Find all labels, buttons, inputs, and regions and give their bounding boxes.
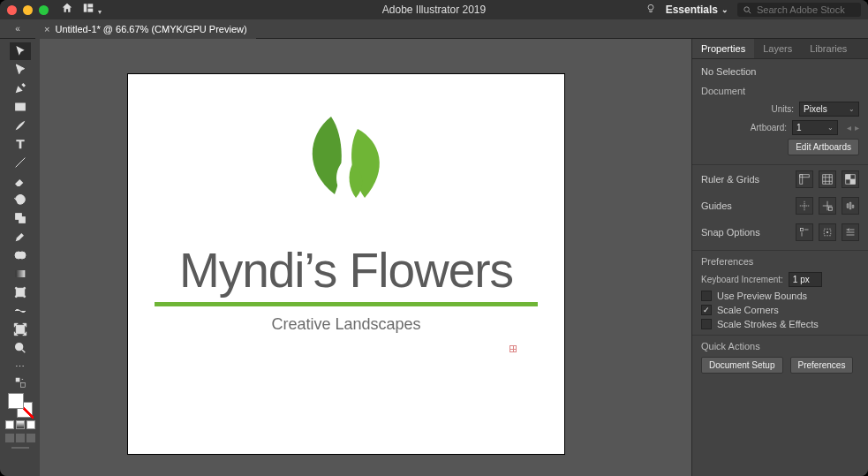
tool-free-transform[interactable] xyxy=(10,283,31,301)
tool-type[interactable] xyxy=(10,135,31,153)
artboard-next-icon[interactable]: ▸ xyxy=(855,123,859,132)
tool-eraser[interactable] xyxy=(10,172,31,190)
units-label: Units: xyxy=(771,104,794,114)
tool-zoom[interactable] xyxy=(10,339,31,357)
snap-point-icon[interactable] xyxy=(819,223,836,241)
logo-divider-line[interactable] xyxy=(155,302,538,306)
snap-pixel-icon[interactable] xyxy=(796,223,813,241)
tool-line[interactable] xyxy=(10,154,31,171)
use-preview-bounds-checkbox[interactable] xyxy=(701,291,712,301)
tool-direct-selection[interactable] xyxy=(10,61,31,79)
fill-stroke-swatch[interactable] xyxy=(8,393,33,418)
fill-swatch[interactable] xyxy=(8,393,24,409)
window-minimize-button[interactable] xyxy=(23,5,33,15)
tool-width[interactable] xyxy=(10,302,31,320)
search-stock[interactable] xyxy=(737,3,861,17)
draw-mode-row xyxy=(5,434,35,442)
svg-point-15 xyxy=(23,296,25,298)
svg-rect-10 xyxy=(15,270,25,277)
close-tab-icon[interactable]: × xyxy=(44,24,49,34)
chevron-down-icon: ⌄ xyxy=(827,124,834,132)
section-snap-options: Snap Options xyxy=(701,227,760,238)
units-dropdown[interactable]: Pixels ⌄ xyxy=(799,102,859,117)
draw-behind[interactable] xyxy=(16,434,25,442)
panel-tab-bar: Properties Layers Libraries xyxy=(692,39,868,59)
logo-title-text[interactable]: Myndi’s Flowers xyxy=(128,242,564,298)
tool-selection[interactable] xyxy=(10,42,31,60)
tool-artboard[interactable] xyxy=(10,321,31,338)
grid-toggle-icon[interactable] xyxy=(819,170,836,188)
arrange-documents-icon[interactable]: ▾ xyxy=(82,2,102,18)
draw-inside[interactable] xyxy=(26,434,35,442)
selection-status: No Selection xyxy=(701,66,859,77)
draw-normal[interactable] xyxy=(5,434,14,442)
text-overflow-indicator[interactable] xyxy=(509,345,517,352)
use-preview-bounds-row[interactable]: Use Preview Bounds xyxy=(701,291,859,301)
scale-corners-label: Scale Corners xyxy=(717,305,779,315)
edit-artboards-button[interactable]: Edit Artboards xyxy=(788,139,859,155)
section-document: Document xyxy=(701,86,859,96)
tab-properties[interactable]: Properties xyxy=(692,39,754,58)
artboard-prev-icon[interactable]: ◂ xyxy=(847,123,851,132)
workspace-label: Essentials xyxy=(666,4,718,16)
search-stock-input[interactable] xyxy=(757,4,854,15)
artboard-dropdown[interactable]: 1 ⌄ xyxy=(792,120,838,135)
svg-rect-7 xyxy=(19,217,25,223)
color-mode-gradient[interactable] xyxy=(16,420,25,429)
keyboard-increment-input[interactable]: 1 px xyxy=(789,272,822,287)
svg-point-12 xyxy=(15,287,17,289)
transparency-grid-icon[interactable] xyxy=(842,170,859,188)
artboard[interactable]: Myndi’s Flowers Creative Landscapes xyxy=(128,74,564,454)
workspace-dropdown[interactable]: Essentials ⌄ xyxy=(666,4,728,16)
tab-bar-chevrons-icon[interactable]: « xyxy=(0,24,35,34)
chevron-down-icon: ⌄ xyxy=(721,5,728,14)
app-title: Adobe Illustrator 2019 xyxy=(382,4,486,16)
svg-rect-19 xyxy=(20,383,25,388)
tool-shape-builder[interactable] xyxy=(10,246,31,264)
snap-grid-icon[interactable] xyxy=(842,223,859,241)
tool-rectangle[interactable] xyxy=(10,98,31,116)
guides-lock-icon[interactable] xyxy=(819,197,836,215)
home-icon[interactable] xyxy=(61,2,73,18)
scale-corners-row[interactable]: Scale Corners xyxy=(701,305,859,315)
tool-edit-toolbar[interactable]: ⋯ xyxy=(10,358,31,375)
scale-strokes-checkbox[interactable] xyxy=(701,319,712,329)
learn-icon[interactable] xyxy=(645,3,657,18)
logo-subtitle-text[interactable]: Creative Landscapes xyxy=(128,315,564,334)
document-tab-bar: « × Untitled-1* @ 66.67% (CMYK/GPU Previ… xyxy=(0,19,868,39)
window-close-button[interactable] xyxy=(7,5,17,15)
logo-leaves xyxy=(289,110,404,210)
tool-pen[interactable] xyxy=(10,79,31,97)
tool-rotate[interactable] xyxy=(10,191,31,208)
guides-show-icon[interactable] xyxy=(796,197,813,215)
tool-eyedropper[interactable] xyxy=(10,228,31,246)
units-value: Pixels xyxy=(804,104,827,114)
scale-corners-checkbox[interactable] xyxy=(701,305,712,315)
color-mode-none[interactable] xyxy=(26,420,35,429)
toolbar-separator xyxy=(11,447,29,449)
document-setup-button[interactable]: Document Setup xyxy=(701,357,783,374)
properties-panel: Properties Layers Libraries No Selection… xyxy=(691,39,868,476)
tool-scale[interactable] xyxy=(10,209,31,227)
canvas-area[interactable]: Myndi’s Flowers Creative Landscapes xyxy=(40,39,691,476)
tab-layers[interactable]: Layers xyxy=(754,39,801,58)
window-maximize-button[interactable] xyxy=(39,5,49,15)
svg-rect-16 xyxy=(16,325,24,333)
keyboard-increment-label: Keyboard Increment: xyxy=(701,275,783,284)
ruler-toggle-icon[interactable] xyxy=(796,170,813,188)
window-titlebar: ▾ Adobe Illustrator 2019 Essentials ⌄ xyxy=(0,0,868,19)
svg-rect-20 xyxy=(800,175,810,178)
preferences-button[interactable]: Preferences xyxy=(790,357,854,374)
svg-rect-27 xyxy=(801,229,804,231)
tool-paintbrush[interactable] xyxy=(10,117,31,134)
tab-libraries[interactable]: Libraries xyxy=(801,39,856,58)
scale-strokes-row[interactable]: Scale Strokes & Effects xyxy=(701,319,859,329)
tool-swap-fill-stroke[interactable] xyxy=(10,376,31,389)
svg-rect-2 xyxy=(87,9,93,12)
document-tab[interactable]: × Untitled-1* @ 66.67% (CMYK/GPU Preview… xyxy=(35,19,256,39)
svg-rect-26 xyxy=(829,208,833,211)
color-mode-solid[interactable] xyxy=(5,420,14,429)
chevron-down-icon: ⌄ xyxy=(849,105,855,113)
tool-gradient[interactable] xyxy=(10,265,31,283)
smart-guides-icon[interactable] xyxy=(842,197,859,215)
